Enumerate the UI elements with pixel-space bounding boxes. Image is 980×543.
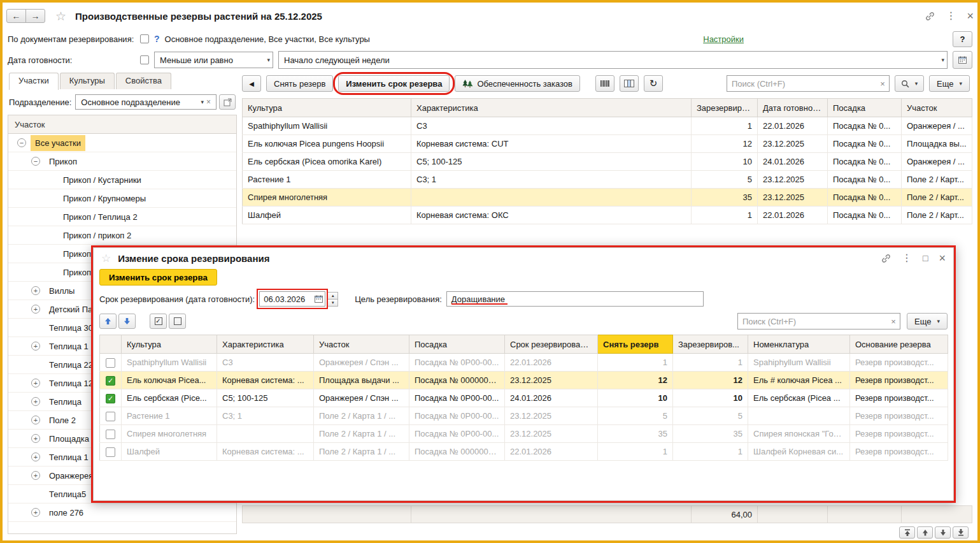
close-icon[interactable]: × bbox=[939, 252, 946, 264]
expand-icon[interactable]: + bbox=[31, 342, 40, 351]
cell-ready_date[interactable]: 22.01.2026 bbox=[758, 206, 828, 224]
settings-link[interactable]: Настройки bbox=[703, 34, 744, 44]
apply-change-reserve-button[interactable]: Изменить срок резерва bbox=[99, 269, 217, 286]
tree-item[interactable]: +поле 276 bbox=[8, 503, 236, 522]
row-checkbox[interactable] bbox=[106, 358, 115, 368]
cell-basis[interactable]: Резерв производст... bbox=[850, 407, 948, 425]
clear-search-icon[interactable]: × bbox=[887, 317, 900, 326]
row-checkbox[interactable]: ✓ bbox=[106, 376, 115, 386]
column-header[interactable]: Характеристика bbox=[411, 99, 692, 117]
cell-reserved[interactable]: 35 bbox=[692, 189, 758, 206]
row-checkbox[interactable]: ✓ bbox=[106, 394, 115, 403]
column-header[interactable]: Дата готовности bbox=[758, 99, 828, 117]
cell-culture[interactable]: Растение 1 bbox=[243, 171, 411, 189]
expand-icon[interactable]: + bbox=[31, 305, 40, 314]
cell-planting[interactable]: Посадка № 0Р00-00... bbox=[409, 354, 505, 372]
row-checkbox[interactable] bbox=[106, 412, 115, 421]
by-docs-checkbox[interactable] bbox=[140, 34, 149, 43]
move-up-button[interactable] bbox=[99, 314, 117, 329]
cell-culture[interactable]: Ель сербская (Pice... bbox=[122, 389, 217, 407]
tree-item[interactable]: Прикоп / прикоп 2 bbox=[8, 226, 236, 245]
cell-term[interactable]: 22.01.2026 bbox=[505, 443, 598, 461]
cell-planting[interactable]: Посадка № 0000000... bbox=[409, 443, 505, 461]
column-header[interactable]: Снять резерв bbox=[598, 335, 673, 354]
cell-term[interactable]: 23.12.2025 bbox=[505, 407, 598, 425]
cell-plot[interactable]: Поле 2 / Карта 1 / ... bbox=[314, 425, 409, 443]
tab-properties[interactable]: Свойства bbox=[116, 73, 171, 89]
cell-characteristic[interactable]: C3; 1 bbox=[217, 407, 314, 425]
cell-culture[interactable]: Шалфей bbox=[243, 206, 411, 224]
table-row[interactable]: Ель сербская (Picea omorika Karel)C5; 10… bbox=[243, 153, 972, 171]
cell-culture[interactable]: Ель колючая Picea... bbox=[122, 372, 217, 389]
dialog-search-input[interactable] bbox=[738, 317, 887, 326]
table-row[interactable]: Ель колючая Picea pungens HoopsiiКорнева… bbox=[243, 135, 972, 153]
table-row[interactable]: ШалфейКорневая система: ОКС122.01.2026По… bbox=[243, 206, 972, 224]
column-header[interactable]: Посадка bbox=[828, 99, 902, 117]
cell-planting[interactable]: Посадка № 0Р00-00... bbox=[409, 407, 505, 425]
cell-plot[interactable]: Оранжерея / ... bbox=[902, 117, 972, 135]
cell-reserved[interactable]: 12 bbox=[673, 372, 748, 389]
columns-button[interactable] bbox=[620, 75, 639, 92]
cell-reserved[interactable]: 1 bbox=[673, 354, 748, 372]
cell-remove_qty[interactable]: 10 bbox=[598, 389, 673, 407]
tree-item[interactable]: Прикоп / Крупномеры bbox=[8, 189, 236, 208]
cell-nomenclature[interactable] bbox=[748, 407, 850, 425]
more-button[interactable]: Еще ▾ bbox=[929, 75, 970, 92]
cell-remove_qty[interactable]: 1 bbox=[598, 354, 673, 372]
tree-item[interactable]: −Все участки bbox=[8, 134, 236, 152]
go-up-button[interactable] bbox=[917, 526, 933, 539]
column-header[interactable]: Культура bbox=[122, 335, 217, 354]
chevron-down-icon[interactable]: ▾ bbox=[941, 57, 944, 63]
term-date-input[interactable]: 06.03.2026 bbox=[259, 291, 325, 307]
hint-question-icon[interactable]: ? bbox=[154, 34, 160, 44]
favorite-star-icon[interactable]: ☆ bbox=[101, 252, 111, 265]
link-icon[interactable] bbox=[881, 254, 891, 263]
cell-reserved[interactable]: 1 bbox=[692, 206, 758, 224]
table-row[interactable]: Растение 1C3; 1523.12.2025Посадка № 0...… bbox=[243, 171, 972, 189]
cell-basis[interactable]: Резерв производст... bbox=[850, 354, 948, 372]
cell-reserved[interactable]: 10 bbox=[692, 153, 758, 171]
cell-remove_qty[interactable]: 5 bbox=[598, 407, 673, 425]
cell-reserved[interactable]: 35 bbox=[673, 425, 748, 443]
cell-plot[interactable]: Оранжерея / Спэн ... bbox=[314, 389, 409, 407]
table-row[interactable]: Spathiphyllum WallisiiC3Оранжерея / Спэн… bbox=[100, 354, 948, 372]
calendar-icon[interactable] bbox=[315, 295, 323, 303]
go-top-button[interactable] bbox=[899, 526, 915, 539]
expand-icon[interactable]: + bbox=[31, 397, 40, 406]
search-input[interactable] bbox=[727, 79, 876, 89]
cell-ready_date[interactable]: 23.12.2025 bbox=[758, 135, 828, 153]
cell-reserved[interactable]: 10 bbox=[673, 389, 748, 407]
menu-dots-icon[interactable]: ⋮ bbox=[902, 253, 912, 263]
close-icon[interactable]: × bbox=[967, 10, 974, 22]
column-header[interactable]: Номенклатура bbox=[748, 335, 850, 354]
cell-checkbox[interactable]: ✓ bbox=[100, 389, 122, 407]
cell-ready_date[interactable]: 24.01.2026 bbox=[758, 153, 828, 171]
move-down-button[interactable] bbox=[118, 314, 136, 329]
cell-planting[interactable]: Посадка № 0... bbox=[828, 153, 902, 171]
table-row[interactable]: Растение 1C3; 1Поле 2 / Карта 1 / ...Пос… bbox=[100, 407, 948, 425]
table-row[interactable]: Спирея многолетняя3523.12.2025Посадка № … bbox=[243, 189, 972, 206]
cell-planting[interactable]: Посадка № 0000000... bbox=[409, 372, 505, 389]
cell-culture[interactable]: Ель сербская (Picea omorika Karel) bbox=[243, 153, 411, 171]
column-header[interactable] bbox=[100, 335, 122, 354]
ready-date-input[interactable]: Начало следующей недели ▾ bbox=[278, 51, 948, 69]
orders-supply-button[interactable]: Обеспеченность заказов bbox=[455, 75, 580, 92]
cell-remove_qty[interactable]: 12 bbox=[598, 372, 673, 389]
cell-planting[interactable]: Посадка № 0... bbox=[828, 206, 902, 224]
expand-icon[interactable]: + bbox=[31, 434, 40, 443]
cell-planting[interactable]: Посадка № 0... bbox=[828, 135, 902, 153]
cell-basis[interactable]: Резерв производст... bbox=[850, 443, 948, 461]
cell-plot[interactable]: Площадка вы... bbox=[902, 135, 972, 153]
purpose-input[interactable]: Доращивание bbox=[446, 291, 704, 307]
menu-dots-icon[interactable]: ⋮ bbox=[946, 11, 956, 21]
maximize-icon[interactable]: □ bbox=[923, 254, 928, 263]
cell-reserved[interactable]: 1 bbox=[692, 117, 758, 135]
row-checkbox[interactable] bbox=[106, 430, 115, 439]
tree-item[interactable]: −Прикоп bbox=[8, 152, 236, 171]
table-row[interactable]: ШалфейКорневая система: ...Поле 2 / Карт… bbox=[100, 443, 948, 461]
cell-plot[interactable]: Поле 2 / Карта 1 / ... bbox=[314, 443, 409, 461]
cell-plot[interactable]: Оранжерея / ... bbox=[902, 153, 972, 171]
expand-icon[interactable]: + bbox=[31, 416, 40, 424]
cell-characteristic[interactable]: C3 bbox=[411, 117, 692, 135]
check-all-button[interactable]: ✓ bbox=[150, 314, 167, 329]
